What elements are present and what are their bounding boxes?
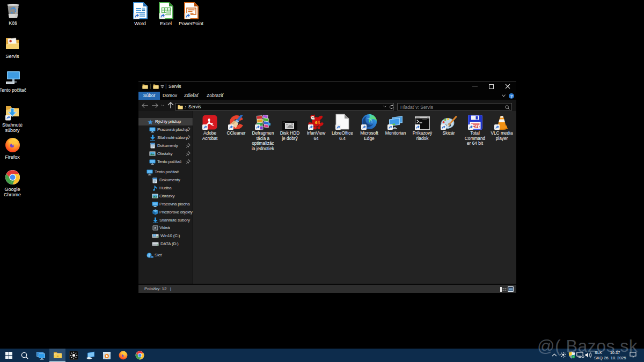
svg-text:?: ? — [510, 94, 513, 99]
svg-text:64:: 64: — [474, 125, 480, 129]
svg-text:64: 64 — [315, 120, 320, 125]
